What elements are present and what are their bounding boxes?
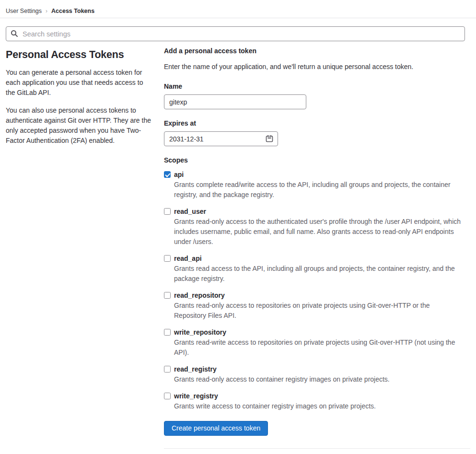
scope-description-write_repository: Grants read-write access to repositories… — [174, 338, 464, 358]
name-field-group: Name — [164, 82, 470, 109]
scope-head-api: api — [164, 171, 470, 178]
breadcrumb-bar: User Settings › Access Tokens — [0, 0, 476, 18]
name-label: Name — [164, 82, 470, 90]
scope-name-read_repository[interactable]: read_repository — [174, 291, 225, 299]
page-title: Personal Access Tokens — [6, 49, 152, 61]
scope-name-read_api[interactable]: read_api — [174, 255, 202, 262]
settings-search — [6, 26, 470, 41]
scope-checkbox-read_user[interactable] — [164, 208, 171, 215]
scope-description-api: Grants complete read/write access to the… — [174, 180, 464, 200]
scopes-label: Scopes — [164, 156, 470, 164]
settings-content: Personal Access Tokens You can generate … — [0, 41, 476, 449]
scope-description-write_registry: Grants write access to container registr… — [174, 401, 464, 411]
scope-checkbox-write_repository[interactable] — [164, 329, 171, 336]
scopes-list: apiGrants complete read/write access to … — [164, 171, 470, 411]
scope-head-read_repository: read_repository — [164, 291, 470, 299]
form-heading: Add a personal access token — [164, 47, 470, 55]
scope-name-api[interactable]: api — [174, 171, 184, 178]
scope-name-write_registry[interactable]: write_registry — [174, 392, 218, 400]
scope-name-read_registry[interactable]: read_registry — [174, 365, 217, 373]
submit-row: Create personal access token — [164, 421, 470, 436]
scope-row-api: apiGrants complete read/write access to … — [164, 171, 470, 200]
section-paragraph-2: You can also use personal access tokens … — [6, 105, 152, 146]
scope-row-write_repository: write_repositoryGrants read-write access… — [164, 328, 470, 358]
scope-head-write_registry: write_registry — [164, 392, 470, 400]
section-paragraph-1: You can generate a personal access token… — [6, 68, 152, 98]
scope-head-read_registry: read_registry — [164, 365, 470, 373]
form-description: Enter the name of your application, and … — [164, 62, 470, 72]
scope-head-write_repository: write_repository — [164, 328, 470, 336]
breadcrumb: User Settings › Access Tokens — [6, 8, 94, 14]
section-divider — [164, 448, 470, 449]
expires-label: Expires at — [164, 119, 470, 127]
scope-checkbox-read_repository[interactable] — [164, 292, 171, 299]
token-form-column: Add a personal access token Enter the na… — [164, 46, 470, 449]
chevron-right-icon: › — [46, 8, 47, 14]
scope-head-read_api: read_api — [164, 255, 470, 262]
scope-description-read_user: Grants read-only access to the authentic… — [174, 217, 464, 247]
scope-description-read_api: Grants read access to the API, including… — [174, 264, 464, 284]
expires-field-group: Expires at — [164, 119, 470, 146]
scope-row-read_repository: read_repositoryGrants read-only access t… — [164, 291, 470, 321]
scope-name-write_repository[interactable]: write_repository — [174, 328, 226, 336]
scope-head-read_user: read_user — [164, 208, 470, 215]
scope-checkbox-read_registry[interactable] — [164, 366, 171, 373]
scope-row-read_api: read_apiGrants read access to the API, i… — [164, 255, 470, 284]
scope-row-read_registry: read_registryGrants read-only access to … — [164, 365, 470, 384]
create-token-button[interactable]: Create personal access token — [164, 421, 268, 436]
breadcrumb-access-tokens: Access Tokens — [51, 8, 94, 14]
scope-name-read_user[interactable]: read_user — [174, 208, 206, 215]
expires-at-input[interactable] — [164, 131, 278, 146]
scope-row-read_user: read_userGrants read-only access to the … — [164, 208, 470, 247]
section-description-column: Personal Access Tokens You can generate … — [6, 46, 152, 449]
scope-row-write_registry: write_registryGrants write access to con… — [164, 392, 470, 411]
scope-description-read_registry: Grants read-only access to container reg… — [174, 374, 464, 384]
scope-checkbox-api[interactable] — [164, 171, 171, 178]
scope-checkbox-write_registry[interactable] — [164, 393, 171, 399]
search-input[interactable] — [6, 26, 465, 41]
breadcrumb-user-settings[interactable]: User Settings — [6, 8, 42, 14]
scope-checkbox-read_api[interactable] — [164, 255, 171, 262]
name-input[interactable] — [164, 94, 306, 109]
scope-description-read_repository: Grants read-only access to repositories … — [174, 301, 464, 321]
